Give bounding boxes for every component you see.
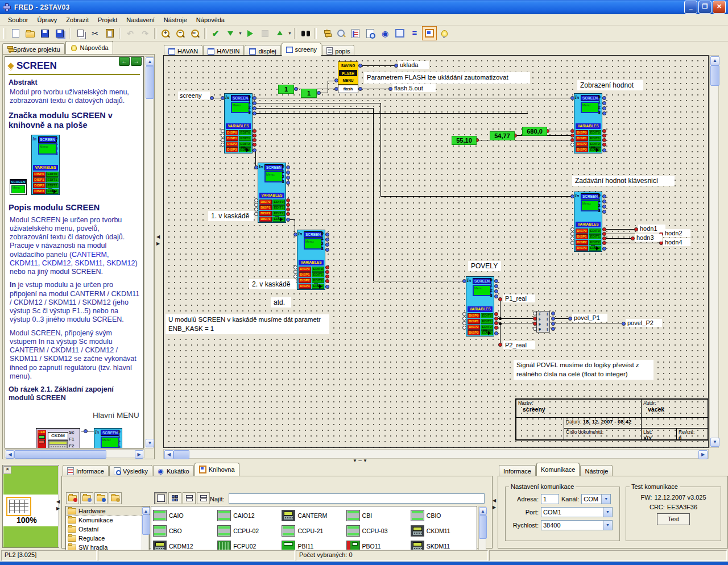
- library-item-ckdm11[interactable]: CKDM11: [411, 523, 475, 538]
- view-large-button[interactable]: [154, 492, 167, 504]
- library-item-ccpu-21[interactable]: CCPU-21: [282, 523, 346, 538]
- dropdown-arrow-icon[interactable]: ▼: [601, 495, 610, 504]
- help-horizontal-scrollbar[interactable]: ◀ ▶: [5, 449, 144, 458]
- scroll-thumb[interactable]: [173, 450, 189, 459]
- flash-block[interactable]: SAVINGFLASHMENU: [338, 61, 358, 85]
- kanal-select[interactable]: COM ▼: [581, 494, 611, 504]
- bottom-tab-kuk-tko[interactable]: Kukátko: [153, 465, 194, 476]
- close-icon[interactable]: ✕: [3, 466, 11, 474]
- run-button[interactable]: [243, 26, 258, 40]
- screen-block[interactable]: InSCREENMenu:0123VARIABLESDISP0EDIT0DISP…: [31, 135, 60, 195]
- preview-button[interactable]: [363, 26, 378, 40]
- scroll-up-arrow[interactable]: ▲: [146, 57, 154, 66]
- view-details-button[interactable]: [197, 492, 210, 504]
- signal-label[interactable]: 1: [301, 89, 317, 98]
- zoom-in-button[interactable]: [158, 26, 173, 40]
- download-button[interactable]: [223, 26, 238, 40]
- folder-item-ostatn-[interactable]: Ostatní: [66, 525, 149, 534]
- test-button[interactable]: Test: [657, 513, 690, 525]
- find-input[interactable]: [229, 493, 485, 504]
- signal-label[interactable]: povel_P1: [572, 314, 607, 322]
- vertical-splitter[interactable]: ◀ ▶: [155, 41, 163, 459]
- help-back-button[interactable]: ←: [119, 57, 130, 66]
- open-button[interactable]: [23, 26, 38, 40]
- sidebar-tab-n-pov-da[interactable]: Nápověda: [65, 41, 113, 54]
- new-button[interactable]: [8, 26, 23, 40]
- menu-zobrazit[interactable]: Zobrazit: [61, 15, 93, 24]
- scroll-left-arrow[interactable]: ◀: [164, 450, 173, 459]
- preview-thumbnail[interactable]: [6, 497, 31, 516]
- scroll-thumb[interactable]: [479, 515, 487, 539]
- library-item-ccpu-02[interactable]: CCPU-02: [217, 523, 282, 538]
- restore-button[interactable]: ❐: [698, 1, 712, 14]
- port-select[interactable]: COM1 ▼: [541, 507, 613, 517]
- paste-button[interactable]: [102, 26, 117, 40]
- folder-search-button[interactable]: [94, 492, 107, 504]
- annotation-note[interactable]: U modulů SCREEN v kaskádě musíme dát par…: [166, 314, 329, 334]
- signal-label[interactable]: screeny: [178, 92, 210, 99]
- screen-block[interactable]: InSCREENMenu:0123VARIABLESDISP0EDIT0DISP…: [466, 276, 494, 336]
- close-button[interactable]: ✕: [713, 1, 726, 14]
- scroll-left-arrow[interactable]: ◀: [6, 450, 14, 459]
- scroll-thumb[interactable]: [142, 514, 150, 535]
- signal-label[interactable]: povel_P2: [626, 319, 662, 327]
- float-to-int-block[interactable]: FIFIFIFI: [536, 311, 550, 333]
- annotation-note[interactable]: Signál POVEL musíme do logiky převést z …: [514, 360, 653, 380]
- caption-label[interactable]: Zobrazení hodnot: [577, 80, 643, 90]
- adresa-input[interactable]: [541, 494, 559, 504]
- scroll-up-arrow[interactable]: ▲: [710, 56, 719, 65]
- bottom-tab-informace[interactable]: Informace: [63, 465, 109, 476]
- scroll-down-arrow[interactable]: ▼: [710, 438, 719, 447]
- upload-dropdown-arrow[interactable]: ▼: [287, 27, 292, 40]
- caption-label[interactable]: atd.: [271, 297, 291, 308]
- rychlost-select[interactable]: 38400 ▼: [541, 520, 613, 530]
- watch-button[interactable]: [378, 26, 392, 40]
- save-button[interactable]: [38, 26, 52, 40]
- caption-label[interactable]: 2. v kaskádě: [249, 279, 296, 289]
- library-item-cbo[interactable]: CBO: [153, 523, 217, 538]
- signal-label[interactable]: 1: [278, 85, 294, 94]
- view-list-button[interactable]: [183, 492, 196, 504]
- scroll-down-arrow[interactable]: ▼: [146, 439, 154, 447]
- menu-soubor[interactable]: Soubor: [3, 15, 32, 24]
- library-item-caio12[interactable]: CAIO12: [217, 508, 282, 523]
- library-item-cbio[interactable]: CBIO: [411, 508, 475, 523]
- library-item-ccpu-03[interactable]: CCPU-03: [346, 523, 411, 538]
- cut-button[interactable]: [88, 26, 102, 40]
- signal-label[interactable]: hodn2: [663, 229, 690, 237]
- screen-block[interactable]: InSCREENMenu:0123VARIABLESDISP0EDIT0DISP…: [574, 93, 602, 153]
- dropdown-arrow-icon[interactable]: ▼: [603, 508, 612, 517]
- canvas-vertical-scrollbar[interactable]: ▲ ▼: [709, 55, 719, 448]
- help-vertical-scrollbar[interactable]: ▲ ▼: [144, 56, 154, 448]
- scroll-right-arrow[interactable]: ▶: [135, 450, 143, 459]
- help-button[interactable]: [437, 26, 452, 40]
- undo-button[interactable]: [123, 26, 138, 40]
- canvas-tab-popis[interactable]: popis: [322, 45, 354, 56]
- comm-tab-komunikace[interactable]: Komunikace: [536, 463, 580, 476]
- signal-label[interactable]: flash.5.out: [392, 84, 436, 92]
- screen-block[interactable]: InSCREENMenu:0123VARIABLESDISP0EDIT0DISP…: [258, 163, 286, 223]
- scroll-thumb[interactable]: [146, 66, 154, 99]
- screen-block[interactable]: InSCREENMenu:0123VARIABLESDISP0EDIT0DISP…: [297, 230, 325, 290]
- scroll-right-arrow[interactable]: ▶: [698, 450, 708, 459]
- zoom-out-button[interactable]: [173, 26, 188, 40]
- menu-n-stroje[interactable]: Nástroje: [159, 15, 192, 24]
- schematic-canvas[interactable]: Název: screeny Autor: vacek Datum: 18. 1…: [163, 55, 709, 448]
- canvas-tab-havan[interactable]: HAVAN: [164, 45, 202, 56]
- results-button[interactable]: [348, 26, 363, 40]
- canvas-tab-havbin[interactable]: HAVBIN: [203, 45, 244, 56]
- vertical-splitter-2[interactable]: ◀ ▶: [493, 463, 498, 549]
- menu--pravy[interactable]: Úpravy: [32, 15, 61, 24]
- minimize-button[interactable]: _: [684, 1, 697, 14]
- scroll-up-arrow[interactable]: ▲: [479, 507, 487, 515]
- flash-sub-block[interactable]: flash: [338, 85, 358, 93]
- canvas-tab-screeny[interactable]: screeny: [282, 43, 322, 56]
- menu-projekt[interactable]: Projekt: [93, 15, 122, 24]
- scroll-thumb[interactable]: [14, 450, 106, 459]
- menu-n-pov-da[interactable]: Nápověda: [192, 15, 229, 24]
- caption-label[interactable]: POVELY: [468, 261, 501, 271]
- stop-button[interactable]: [258, 26, 272, 40]
- folder-up-button[interactable]: [109, 492, 122, 504]
- library-item-canterm[interactable]: CANTERM: [282, 508, 346, 523]
- signal-label[interactable]: hodn1: [638, 225, 665, 232]
